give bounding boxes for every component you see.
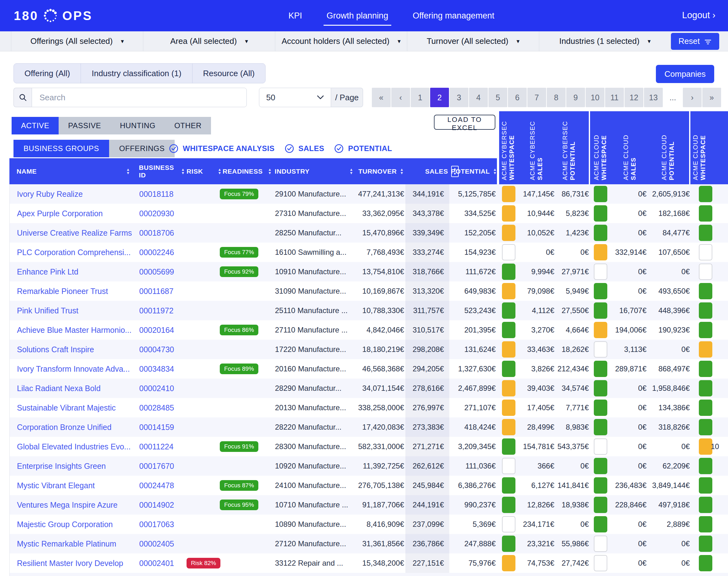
whitespace-indicator[interactable]: [699, 186, 712, 202]
whitespace-indicator[interactable]: [699, 244, 712, 260]
pagination-[interactable]: ›: [683, 88, 702, 107]
whitespace-indicator[interactable]: [594, 438, 607, 455]
company-name-link[interactable]: Global Elevated Industries Evo...: [17, 437, 138, 456]
business-id-link[interactable]: 00014902: [139, 495, 186, 515]
company-name-link[interactable]: Resilient Master Ivory Develop: [17, 553, 138, 573]
logout-link[interactable]: Logout ›: [682, 10, 716, 20]
business-id-link[interactable]: 00011687: [139, 281, 186, 301]
company-name-link[interactable]: Sustainable Vibrant Majestic: [17, 398, 138, 417]
company-name-link[interactable]: Enhance Pink Ltd: [17, 262, 138, 281]
companies-button[interactable]: Companies: [656, 65, 714, 83]
business-id-link[interactable]: 00017670: [139, 456, 186, 476]
scope-chip-industry-classification-1[interactable]: Industry classification (1): [81, 64, 192, 83]
pagination-10[interactable]: 10: [586, 88, 605, 107]
column-header-potential[interactable]: POTENTIAL▲▼: [447, 158, 497, 184]
nav-tab-offering-management[interactable]: Offering management: [413, 11, 495, 21]
filter-dropdown-area-all-selected[interactable]: Area (All selected)▾: [143, 31, 275, 51]
business-id-link[interactable]: 00018706: [139, 223, 186, 242]
view-tab-offerings[interactable]: OFFERINGS: [109, 140, 175, 157]
pagination-13[interactable]: 13: [644, 88, 663, 107]
whitespace-indicator[interactable]: [594, 400, 607, 416]
whitespace-indicator[interactable]: [699, 536, 712, 552]
company-name-link[interactable]: Ivory Transform Innovate Adva...: [17, 359, 138, 379]
whitespace-indicator[interactable]: [699, 477, 712, 494]
whitespace-indicator[interactable]: [699, 555, 712, 571]
pagination-[interactable]: »: [702, 88, 721, 107]
whitespace-indicator[interactable]: [699, 419, 712, 435]
whitespace-indicator[interactable]: [594, 380, 607, 397]
filter-dropdown-offerings-all-selected[interactable]: Offerings (All selected)▾: [11, 31, 143, 51]
pagination-[interactable]: ‹: [391, 88, 410, 107]
filter-dropdown-industries-1-selected[interactable]: Industries (1 selected)▾: [539, 31, 671, 51]
whitespace-indicator[interactable]: [502, 380, 515, 397]
pagination-[interactable]: «: [372, 88, 391, 107]
company-name-link[interactable]: Remarkable Pioneer Trust: [17, 281, 138, 301]
whitespace-indicator[interactable]: [699, 283, 712, 299]
pagination-4[interactable]: 4: [469, 88, 488, 107]
business-id-link[interactable]: 00004730: [139, 340, 186, 359]
whitespace-indicator[interactable]: [699, 322, 712, 338]
whitespace-indicator[interactable]: [502, 264, 515, 280]
company-name-link[interactable]: Pink Unified Trust: [17, 301, 138, 320]
pagination-3[interactable]: 3: [450, 88, 468, 107]
whitespace-indicator[interactable]: [699, 264, 712, 280]
company-name-link[interactable]: Corporation Bronze Unified: [17, 417, 138, 437]
whitespace-indicator[interactable]: [502, 186, 515, 202]
pagination-8[interactable]: 8: [547, 88, 566, 107]
whitespace-indicator[interactable]: [594, 458, 607, 474]
whitespace-indicator[interactable]: [699, 516, 712, 532]
reset-filters-button[interactable]: Reset: [671, 33, 719, 50]
company-name-link[interactable]: Lilac Radiant Nexa Bold: [17, 379, 138, 398]
column-header-business-id[interactable]: BUSINESS ID▲▼: [139, 158, 185, 184]
whitespace-indicator[interactable]: [699, 361, 712, 377]
company-name-link[interactable]: Apex Purple Corporation: [17, 204, 138, 223]
company-name-link[interactable]: Mystic Vibrant Elegant: [17, 476, 138, 495]
column-header-turnover[interactable]: TURNOVER▲▼: [335, 158, 404, 184]
business-id-link[interactable]: 00020930: [139, 204, 186, 223]
toggle-potential[interactable]: POTENTIAL: [334, 144, 392, 153]
whitespace-indicator[interactable]: [594, 205, 607, 222]
status-tab-other[interactable]: OTHER: [165, 117, 211, 135]
business-id-link[interactable]: 00002410: [139, 379, 186, 398]
whitespace-indicator[interactable]: [502, 205, 515, 222]
pagination-12[interactable]: 12: [624, 88, 643, 107]
column-header-readiness[interactable]: READINESS▲▼: [223, 158, 272, 184]
whitespace-indicator[interactable]: [502, 322, 515, 338]
whitespace-indicator[interactable]: [502, 303, 515, 319]
whitespace-indicator[interactable]: [699, 380, 712, 397]
company-name-link[interactable]: Ivory Ruby Realize: [17, 184, 138, 204]
business-id-link[interactable]: 00018118: [139, 184, 186, 204]
whitespace-indicator[interactable]: [699, 225, 712, 241]
company-name-link[interactable]: Enterprise Insights Green: [17, 456, 138, 476]
whitespace-indicator[interactable]: [594, 361, 607, 377]
whitespace-indicator[interactable]: [594, 244, 607, 260]
view-tab-business-groups[interactable]: BUSINESS GROUPS: [13, 140, 109, 157]
whitespace-indicator[interactable]: [594, 419, 607, 435]
company-name-link[interactable]: Universe Creative Realize Farms: [17, 223, 138, 242]
pagination-11[interactable]: 11: [605, 88, 624, 107]
whitespace-indicator[interactable]: [502, 516, 515, 532]
whitespace-indicator[interactable]: [502, 477, 515, 494]
company-name-link[interactable]: Ventures Mega Inspire Azure: [17, 495, 138, 515]
business-id-link[interactable]: 00011972: [139, 301, 186, 320]
whitespace-indicator[interactable]: [594, 516, 607, 532]
business-id-link[interactable]: 00017063: [139, 515, 186, 534]
search-icon-box[interactable]: [13, 88, 32, 107]
whitespace-indicator[interactable]: [502, 283, 515, 299]
whitespace-indicator[interactable]: [594, 477, 607, 494]
whitespace-indicator[interactable]: [699, 458, 712, 474]
business-id-link[interactable]: 00034834: [139, 359, 186, 379]
pagination-2[interactable]: 2: [430, 88, 449, 107]
pagination-9[interactable]: 9: [566, 88, 585, 107]
column-header-name[interactable]: NAME▲▼: [17, 158, 130, 184]
whitespace-indicator[interactable]: [699, 205, 712, 222]
whitespace-indicator[interactable]: [594, 225, 607, 241]
business-id-link[interactable]: 00002401: [139, 553, 186, 573]
whitespace-indicator[interactable]: [594, 536, 607, 552]
whitespace-indicator[interactable]: [699, 438, 712, 455]
business-id-link[interactable]: 00028485: [139, 398, 186, 417]
pagination-5[interactable]: 5: [488, 88, 507, 107]
company-name-link[interactable]: Achieve Blue Master Harmonio...: [17, 320, 138, 340]
whitespace-indicator[interactable]: [502, 536, 515, 552]
status-tab-active[interactable]: ACTIVE: [11, 117, 59, 135]
